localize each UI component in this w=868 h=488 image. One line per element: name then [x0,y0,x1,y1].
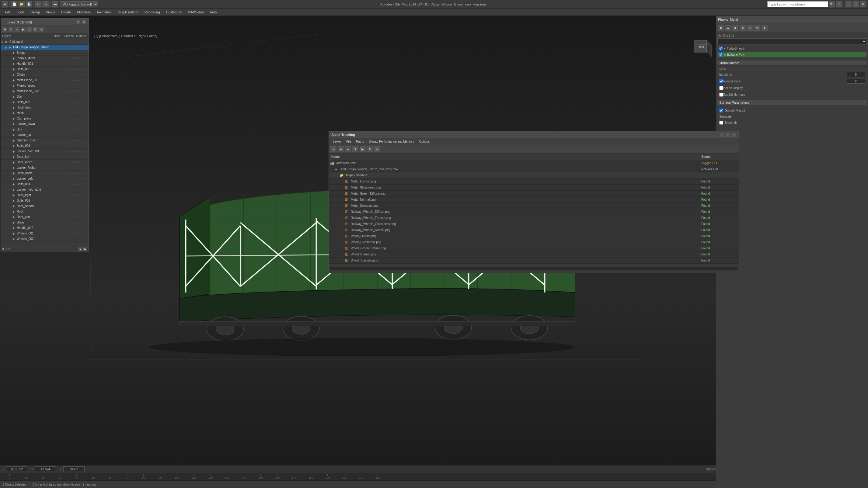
turbosmoooth-check[interactable] [719,46,722,51]
workspace-dropdown[interactable]: Workspace: Default [60,1,98,7]
asset-menu-paths[interactable]: Paths [354,139,367,144]
layer-item[interactable]: ◆ Wheels_001 —— —— ~ [1,231,89,236]
asset-row[interactable]: 🖼 Wood_Normal.png Found [329,252,739,258]
asset-settings-btn[interactable]: ⚙ [374,146,381,153]
app-icon[interactable]: ■ [2,1,8,8]
asset-row[interactable]: 🖼 Metal_Specular.png Found [329,203,739,209]
materials-check[interactable] [719,121,723,125]
asset-row[interactable]: 🖼 Metal_Frensel.png Found [329,178,739,185]
asset-tool-3[interactable]: ▲ [345,146,351,153]
asset-row[interactable]: 🖼 Metal_Green_Diffuse.png Found [329,191,739,197]
layer-item[interactable]: ▶ ■ 0 (default) ✓ —— —— ~ [1,39,89,45]
modifier-editable-poly[interactable]: ■ Editable Poly [717,52,867,57]
layer-item[interactable]: ◆ Handle_002 —— —— ~ [1,225,89,231]
asset-row[interactable]: 🖼 Wood_Glossiness.png Found [329,239,739,246]
layer-item[interactable]: ◆ Box —— —— ~ [1,127,89,132]
layer-delete-btn[interactable]: ✕ [8,27,14,32]
isoline-check[interactable] [719,86,723,90]
menu-maxscript[interactable]: MAXScript [185,10,207,14]
close-btn[interactable]: ✕ [860,1,866,8]
layer-item[interactable]: ◆ Cart_place —— —— ~ [1,116,89,121]
asset-refresh-btn[interactable]: ↻ [367,146,373,153]
asset-row[interactable]: 🖼 Wood_Frensel.png Found [329,233,739,239]
layer-item[interactable]: ◆ Hitch_front —— —— ~ [1,105,89,110]
undo-btn[interactable]: ↩ [35,1,42,8]
layer-item[interactable]: ◆ Locker_Left —— —— ~ [1,176,89,182]
z-input[interactable] [63,466,85,472]
asset-row[interactable]: 📁 Maps / Shaders [329,172,739,178]
menu-modifiers[interactable]: Modifiers [74,10,94,14]
layer-item[interactable]: ◆ MetalPlane_002 —— —— ~ [1,89,89,94]
asset-row[interactable]: 🖼 Railway_Wheels_Reflect.png Found [329,227,739,233]
menu-customize[interactable]: Customize [163,10,185,14]
redo-btn[interactable]: ↪ [42,1,49,8]
rp-icon-5[interactable]: ☼ [747,25,753,31]
asset-menu-server[interactable]: Server [330,139,344,144]
menu-rendering[interactable]: Rendering [142,10,163,14]
layer-item[interactable]: ◆ Locker_hold_left —— —— ~ [1,149,89,154]
asset-menu-bitmap[interactable]: Bitmap Performance and Memory [366,139,417,144]
layer-item[interactable]: ◆ Opening_mech —— —— ~ [1,138,89,143]
asset-panel-header[interactable]: Asset Tracking ─ ▢ ✕ [329,131,739,138]
asset-row[interactable]: 🖼 Metal_Glossiness.png Found [329,185,739,191]
layer-item[interactable]: ◆ Locker_up —— —— ~ [1,132,89,138]
asset-tool-5[interactable]: ▶ [359,146,366,153]
menu-tools[interactable]: Tools [14,10,28,14]
layer-item[interactable]: ◆ Roof_part —— —— ~ [1,214,89,220]
render-iters-check[interactable] [719,79,723,83]
rp-icon-1[interactable]: ■ [717,25,724,31]
x-input[interactable] [6,466,27,472]
layer-item[interactable]: ▶ ◆ Old_Cargo_Wagon_Green —— —— ~ [1,45,89,50]
layer-item[interactable]: ◆ Locker_Right —— —— ~ [1,165,89,170]
layer-item[interactable]: ◆ Bolts_005 —— —— ~ [1,99,89,105]
menu-graph-editors[interactable]: Graph Editors [115,10,142,14]
editable-poly-check[interactable] [719,53,722,57]
asset-row[interactable]: 🖼 Wood_Green_Diffuse.png Found [329,246,739,252]
smooth-result-check[interactable] [719,108,723,112]
asset-menu-options[interactable]: Options [417,139,432,144]
modifier-dropdown[interactable] [717,38,867,44]
asset-row[interactable]: 🖼 Railway_Wheels_Diffuse.png Found [329,209,739,215]
asset-row[interactable]: 🖼 Metal_Normal.png Found [329,197,739,203]
layer-item[interactable]: ◆ Bolts_002 —— —— ~ [1,198,89,203]
asset-row[interactable]: 🖼 Railway_Wheels_Fresnel.png Found [329,215,739,221]
layer-highlight-btn[interactable]: ⬡ [27,27,32,32]
layer-item[interactable]: ◆ Star —— —— ~ [1,94,89,99]
menu-edit[interactable]: Edit [2,10,14,14]
layer-item[interactable]: ◆ Hitch_back —— —— ~ [1,170,89,176]
layer-item[interactable]: ◆ Bolts_004 —— —— ~ [1,182,89,187]
layer-item[interactable]: ◆ Locker_hold_right —— —— ~ [1,187,89,192]
layer-item[interactable]: ◆ Handle_001 —— —— ~ [1,61,89,67]
asset-row[interactable]: ◆ Old_Cargo_Wagon_Green_max_vray.max Net… [329,166,739,172]
layer-item[interactable]: ◆ Door_mech —— —— ~ [1,160,89,165]
layer-select-btn[interactable]: ▶ [20,27,26,32]
maximize-btn[interactable]: ▢ [852,1,859,8]
search-icon[interactable]: 🔍 [829,1,835,8]
layer-item[interactable]: ◆ Bridge —— —— ~ [1,50,89,56]
rp-icon-3[interactable]: ◆ [732,25,739,31]
save-btn[interactable]: 💾 [26,1,32,8]
layer-item[interactable]: ◆ Wheels_002 —— —— ~ [1,236,89,242]
layer-panel-close-btn[interactable]: ✕ [82,20,87,25]
layer-item[interactable]: ◆ Stairs —— —— ~ [1,220,89,225]
layer-item[interactable]: ◆ Bolts_003 —— —— ~ [1,67,89,72]
menu-create[interactable]: Create [58,10,74,14]
asset-tool-2[interactable]: ■ [337,146,344,153]
layer-next-btn[interactable]: ▶ [83,247,87,252]
layer-collapse-btn[interactable]: ▼ [39,27,44,32]
menu-views[interactable]: Views [43,10,58,14]
minimize-btn[interactable]: ─ [845,1,852,8]
layer-item[interactable]: ◆ MetalPlane_001 —— —— ~ [1,77,89,83]
rp-icon-4[interactable]: ★ [739,25,746,31]
rp-icon-2[interactable]: ▲ [725,25,732,31]
layer-settings-btn[interactable]: ⚙ [33,27,38,32]
new-btn[interactable]: 📄 [11,1,18,8]
menu-help[interactable]: Help [207,10,220,14]
layer-item[interactable]: ◆ Chain —— —— ~ [1,72,89,77]
layer-panel-question-btn[interactable]: ? [76,20,81,25]
open-btn[interactable]: 📂 [18,1,25,8]
help-icon[interactable]: ? [836,1,842,8]
layer-item[interactable]: ◆ Planks_Metal —— —— ~ [1,56,89,61]
layer-item[interactable]: ◆ Roof —— —— ~ [1,209,89,214]
layer-item[interactable]: ◆ Planks_Wood —— —— ~ [1,83,89,89]
